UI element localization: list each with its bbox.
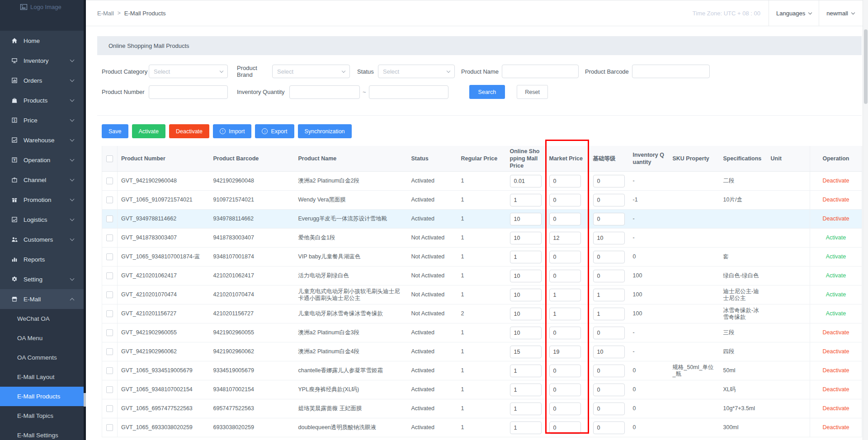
row-checkbox[interactable] [106, 234, 113, 241]
export-button[interactable]: ↓Export [255, 124, 294, 138]
row-checkbox[interactable] [106, 386, 113, 393]
sidebar-item-logistics[interactable]: Logistics [0, 210, 86, 229]
base-level-input[interactable] [593, 194, 625, 206]
product-number-input[interactable] [149, 85, 228, 99]
sidebar-subitem-oa-comments[interactable]: OA Comments [0, 348, 86, 367]
operation-link[interactable]: Deactivate [822, 424, 849, 431]
market-price-input[interactable] [549, 308, 581, 320]
base-level-input[interactable] [593, 327, 625, 339]
row-checkbox[interactable] [106, 272, 113, 279]
market-price-input[interactable] [549, 327, 581, 339]
reset-button[interactable]: Reset [517, 85, 548, 99]
operation-link[interactable]: Deactivate [822, 178, 849, 184]
market-price-input[interactable] [549, 270, 581, 282]
logo[interactable]: Logo Image [0, 0, 86, 31]
sidebar-item-reports[interactable]: Reports [0, 249, 86, 269]
row-checkbox[interactable] [106, 310, 113, 317]
page-scrollbar-thumb[interactable] [864, 29, 868, 104]
sidebar-item-customers[interactable]: Customers [0, 229, 86, 249]
row-checkbox[interactable] [106, 329, 113, 336]
operation-link[interactable]: Deactivate [822, 329, 849, 336]
online-shopping-mall-price-input[interactable] [510, 251, 542, 263]
market-price-input[interactable] [549, 194, 581, 206]
operation-link[interactable]: Deactivate [822, 386, 849, 393]
sidebar-item-home[interactable]: Home [0, 31, 86, 51]
inventory-quantity-min-input[interactable] [289, 85, 360, 99]
account-menu[interactable]: newmall [819, 0, 862, 26]
operation-link[interactable]: Deactivate [822, 348, 849, 355]
sidebar-subitem-e-mall-settings[interactable]: E-Mall Settings [0, 426, 86, 440]
synchronization-button[interactable]: Synchronization [298, 124, 352, 138]
inventory-quantity-max-input[interactable] [369, 85, 448, 99]
import-button[interactable]: ↑Import [213, 124, 251, 138]
sidebar-subitem-e-mall-layout[interactable]: E-Mall Layout [0, 367, 86, 387]
activate-button[interactable]: Activate [132, 124, 165, 138]
sidebar-subitem-e-mall-topics[interactable]: E-Mall Topics [0, 406, 86, 426]
market-price-input[interactable] [549, 403, 581, 415]
base-level-input[interactable] [593, 175, 625, 187]
operation-link[interactable]: Deactivate [822, 215, 849, 222]
breadcrumb-root[interactable]: E-Mall [97, 10, 114, 17]
online-shopping-mall-price-input[interactable] [510, 232, 542, 244]
sidebar-subitem-oa-menu[interactable]: OA Menu [0, 328, 86, 348]
operation-link[interactable]: Deactivate [822, 405, 849, 412]
market-price-input[interactable] [549, 251, 581, 263]
row-checkbox[interactable] [106, 367, 113, 374]
online-shopping-mall-price-input[interactable] [510, 421, 542, 434]
market-price-input[interactable] [549, 289, 581, 301]
product-category-select[interactable]: Select [149, 65, 228, 78]
sidebar-item-channel[interactable]: Channel [0, 170, 86, 190]
product-brand-select[interactable]: Select [272, 65, 350, 78]
market-price-input[interactable] [549, 213, 581, 225]
row-checkbox[interactable] [106, 215, 113, 222]
row-checkbox[interactable] [106, 291, 113, 298]
sidebar-item-setting[interactable]: Setting [0, 269, 86, 289]
base-level-input[interactable] [593, 289, 625, 301]
sidebar-item-e-mall[interactable]: E-Mall [0, 289, 86, 309]
base-level-input[interactable] [593, 365, 625, 377]
search-button[interactable]: Search [469, 85, 505, 99]
online-shopping-mall-price-input[interactable] [510, 365, 542, 377]
base-level-input[interactable] [593, 308, 625, 320]
sidebar-item-promotion[interactable]: Promotion [0, 190, 86, 210]
base-level-input[interactable] [593, 213, 625, 225]
sidebar-item-price[interactable]: $Price [0, 110, 86, 130]
languages-menu[interactable]: Languages [769, 0, 819, 26]
online-shopping-mall-price-input[interactable] [510, 175, 542, 187]
operation-link[interactable]: Activate [826, 272, 846, 279]
market-price-input[interactable] [549, 365, 581, 377]
online-shopping-mall-price-input[interactable] [510, 289, 542, 301]
status-select[interactable]: Select [378, 65, 455, 78]
base-level-input[interactable] [593, 421, 625, 434]
sidebar-item-orders[interactable]: Orders [0, 70, 86, 90]
select-all-checkbox[interactable] [106, 155, 113, 162]
base-level-input[interactable] [593, 384, 625, 396]
row-checkbox[interactable] [106, 348, 113, 355]
sidebar-subitem-e-mall-products[interactable]: E-Mall Products [0, 387, 86, 406]
row-checkbox[interactable] [106, 197, 113, 203]
operation-link[interactable]: Activate [826, 234, 846, 241]
row-checkbox[interactable] [106, 178, 113, 184]
market-price-input[interactable] [549, 232, 581, 244]
operation-link[interactable]: Activate [826, 291, 846, 298]
market-price-input[interactable] [549, 384, 581, 396]
product-name-input[interactable] [502, 65, 579, 78]
base-level-input[interactable] [593, 232, 625, 244]
online-shopping-mall-price-input[interactable] [510, 194, 542, 206]
online-shopping-mall-price-input[interactable] [510, 327, 542, 339]
online-shopping-mall-price-input[interactable] [510, 384, 542, 396]
market-price-input[interactable] [549, 421, 581, 434]
operation-link[interactable]: Deactivate [822, 197, 849, 203]
online-shopping-mall-price-input[interactable] [510, 213, 542, 225]
base-level-input[interactable] [593, 251, 625, 263]
operation-link[interactable]: Activate [826, 253, 846, 260]
deactivate-button[interactable]: Deactivate [169, 124, 209, 138]
sidebar-item-operation[interactable]: ¥Operation [0, 150, 86, 170]
online-shopping-mall-price-input[interactable] [510, 346, 542, 358]
operation-link[interactable]: Activate [826, 310, 846, 317]
sidebar-item-warehouse[interactable]: Warehouse [0, 130, 86, 150]
market-price-input[interactable] [549, 175, 581, 187]
product-barcode-input[interactable] [632, 65, 710, 78]
sidebar-subitem-wechat-oa[interactable]: WeChat OA [0, 309, 86, 328]
market-price-input[interactable] [549, 346, 581, 358]
